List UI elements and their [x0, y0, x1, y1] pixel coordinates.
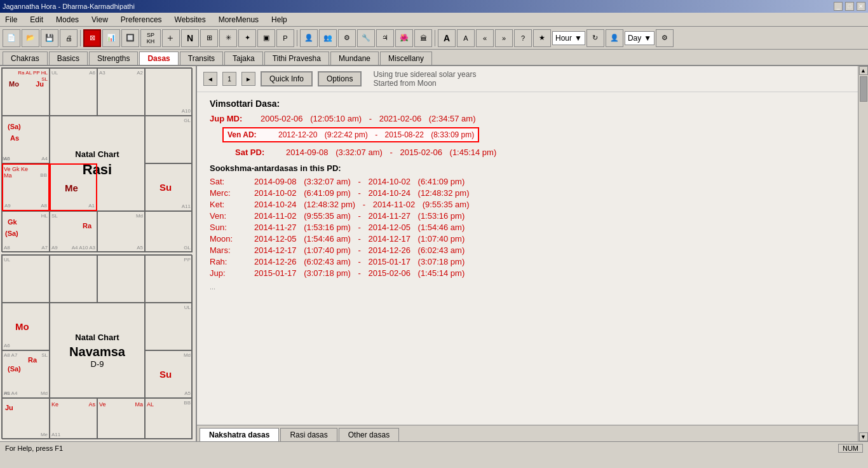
menu-websites[interactable]: Websites	[172, 14, 208, 25]
sub-label-0: Sat:	[210, 177, 254, 186]
jup-sep: -	[369, 114, 372, 123]
star2-btn[interactable]: ★	[533, 29, 551, 47]
hour-arrow[interactable]: ▼	[574, 34, 582, 43]
quick-info-button[interactable]: Quick Info	[261, 71, 313, 86]
save-btn[interactable]: 💾	[41, 29, 58, 47]
dasa-description: Using true sidereal solar years Started …	[373, 70, 476, 88]
tab-basics[interactable]: Basics	[49, 52, 88, 65]
menu-help[interactable]: Help	[269, 14, 290, 25]
chart-btn1[interactable]: ⊠	[83, 29, 101, 47]
sookshma-title: Sookshma-antardasas in this PD:	[210, 163, 845, 173]
scroll-up[interactable]: ▲	[859, 66, 868, 75]
menu-view[interactable]: View	[89, 14, 111, 25]
misc-btn1[interactable]: ⚙	[338, 29, 356, 47]
nav-num-btn[interactable]: 1	[222, 72, 236, 86]
jup-start-time: (12:05:10 am)	[310, 114, 362, 123]
nav-cell-5: Mo A6	[2, 303, 50, 350]
navamsa-center: Natal Chart Navamsa D-9	[50, 303, 145, 398]
chart-btn3[interactable]: 🔲	[121, 29, 139, 47]
sub-label-1: Merc:	[210, 188, 254, 198]
tab-mundane[interactable]: Mundane	[330, 52, 379, 65]
sat-start-date: 2014-09-08	[286, 148, 329, 157]
misc-btn5[interactable]: 🏛	[414, 29, 432, 47]
scrollbar[interactable]: ▲ ▼	[858, 66, 868, 441]
menu-preferences[interactable]: Preferences	[118, 14, 165, 25]
star-btn[interactable]: ✦	[238, 29, 256, 47]
misc-btn2[interactable]: 🔧	[357, 29, 375, 47]
tab-transits[interactable]: Transits	[180, 52, 223, 65]
scroll-down[interactable]: ▼	[859, 432, 868, 441]
dasa-content: Vimsottari Dasa: Jup MD: 2005-02-06 (12:…	[197, 92, 858, 425]
refresh-btn[interactable]: ↻	[587, 29, 604, 47]
tab-rasi-dasas[interactable]: Rasi dasas	[280, 428, 337, 441]
tab-tajaka[interactable]: Tajaka	[224, 52, 263, 65]
person2-btn[interactable]: 👥	[319, 29, 337, 47]
window-controls[interactable]: _ □ ✕	[834, 2, 865, 11]
sat-end-date: 2015-02-06	[400, 148, 442, 157]
options-button[interactable]: Options	[318, 71, 362, 86]
cell-bottom-1: Gk (Sa) HL A8 A7	[2, 211, 50, 252]
tab-dasas[interactable]: Dasas	[139, 52, 178, 65]
cell-me-highlighted: Me A1	[50, 163, 97, 211]
tab-tithi[interactable]: Tithi Pravesha	[264, 52, 329, 65]
jup-end-date: 2021-02-06	[379, 114, 422, 123]
day-dropdown[interactable]: Day ▼	[625, 31, 654, 45]
menu-file[interactable]: File	[3, 14, 20, 25]
new-btn[interactable]: 📄	[3, 29, 20, 47]
sub-dates-2: 2014-10-24 (12:48:32 pm) - 2014-11-02 (9…	[254, 200, 469, 209]
sat-start-time: (3:32:07 am)	[336, 148, 383, 157]
sub-label-2: Ket:	[210, 200, 254, 209]
sookshma-rows: Sat: 2014-09-08 (3:32:07 am) - 2014-10-0…	[210, 177, 845, 278]
sub-dates-3: 2014-11-02 (9:55:35 am) - 2014-11-27 (1:…	[254, 211, 465, 221]
person-btn[interactable]: 👤	[300, 29, 318, 47]
menu-moremenus[interactable]: MoreMenus	[216, 14, 261, 25]
right-panel: ◄ 1 ► Quick Info Options Using true side…	[197, 66, 858, 441]
n-btn[interactable]: N	[181, 29, 199, 47]
nav-next-btn[interactable]: ►	[241, 72, 255, 86]
user-btn[interactable]: 👤	[606, 29, 623, 47]
tab-miscellany[interactable]: Miscellany	[380, 52, 432, 65]
md-label: Md	[2, 163, 8, 170]
misc-btn3[interactable]: ♃	[376, 29, 394, 47]
settings-btn[interactable]: ⚙	[656, 29, 674, 47]
asterisk-btn[interactable]: ✳	[219, 29, 237, 47]
box-btn[interactable]: ▣	[257, 29, 275, 47]
menu-modes[interactable]: Modes	[53, 14, 81, 25]
nav-prev-btn[interactable]: ◄	[203, 72, 217, 86]
chart-btn2[interactable]: 📊	[102, 29, 120, 47]
grid-btn[interactable]: ⊞	[200, 29, 218, 47]
help-btn[interactable]: ?	[514, 29, 532, 47]
sp-kh-btn[interactable]: SPKH	[140, 29, 161, 47]
close-btn[interactable]: ✕	[857, 2, 865, 11]
open-btn[interactable]: 📂	[22, 29, 39, 47]
sep3	[435, 30, 435, 46]
ven-end-time: (8:33:09 pm)	[431, 130, 474, 139]
tab-nakshatra-dasas[interactable]: Nakshatra dasas	[200, 428, 279, 441]
tab-strengths[interactable]: Strengths	[89, 52, 138, 65]
tab-other-dasas[interactable]: Other dasas	[339, 428, 399, 441]
sookshma-row-1: Merc: 2014-10-02 (6:41:09 pm) - 2014-10-…	[210, 188, 845, 198]
day-arrow[interactable]: ▼	[644, 34, 651, 43]
misc-btn4[interactable]: 🌺	[395, 29, 413, 47]
scroll-thumb[interactable]	[860, 76, 867, 102]
next-btn[interactable]: »	[495, 29, 513, 47]
tab-chakras[interactable]: Chakras	[3, 52, 48, 65]
sub-dates-6: 2014-12-17 (1:07:40 pm) - 2014-12-26 (6:…	[254, 245, 465, 255]
font-small-btn[interactable]: A	[457, 29, 475, 47]
font-large-btn[interactable]: A	[438, 29, 456, 47]
hour-label: Hour	[555, 34, 572, 43]
minimize-btn[interactable]: _	[834, 2, 843, 11]
hour-dropdown[interactable]: Hour ▼	[552, 31, 585, 45]
p-btn[interactable]: P	[276, 29, 294, 47]
maximize-btn[interactable]: □	[845, 2, 854, 11]
sub-dates-8: 2015-01-17 (3:07:18 pm) - 2015-02-06 (1:…	[254, 268, 465, 278]
k-btn[interactable]: 𑀓	[162, 29, 180, 47]
main-area: Ra AL PP HL SL Mo Ju UL A6 A3 A2 A10 (Sa…	[0, 66, 868, 441]
ven-start-time: (9:22:42 pm)	[325, 130, 368, 139]
vimsottari-title: Vimsottari Dasa:	[210, 99, 845, 109]
jup-md-label: Jup MD:	[210, 114, 261, 123]
print-btn[interactable]: 🖨	[60, 29, 78, 47]
menu-edit[interactable]: Edit	[27, 14, 46, 25]
nav-cell-6: UL	[145, 303, 193, 350]
prev-btn[interactable]: «	[476, 29, 494, 47]
